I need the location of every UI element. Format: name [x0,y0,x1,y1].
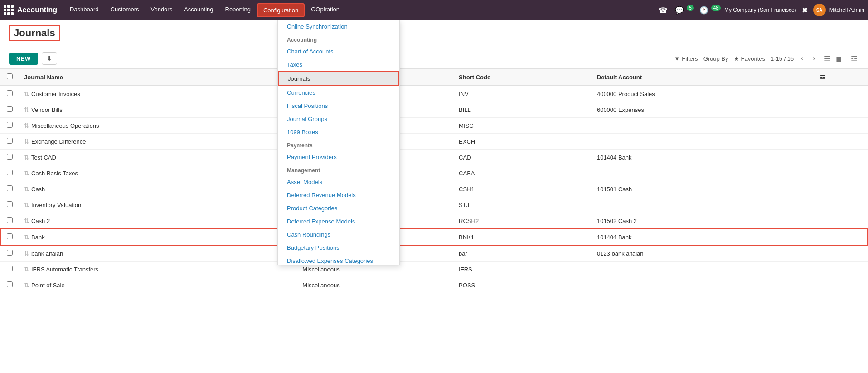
dropdown-currencies[interactable]: Currencies [278,86,399,99]
app-brand[interactable]: Accounting [17,6,57,14]
row-checkbox[interactable] [7,266,13,271]
list-view-icon[interactable]: ☰ [822,53,832,64]
drag-handle[interactable]: ⇅ [24,266,29,273]
kanban-view-icon[interactable]: ◼ [834,53,844,64]
nav-configuration[interactable]: Configuration [257,3,305,17]
cell-empty [815,277,868,293]
drag-handle[interactable]: ⇅ [24,233,29,241]
table-row[interactable]: ⇅Cash Basis TaxesMiscellaneousCABA [0,165,868,181]
cell-short-code: CAD [453,150,592,165]
apps-icon[interactable] [4,5,14,15]
dropdown-deferred-revenue-models[interactable]: Deferred Revenue Models [278,189,399,202]
table-row[interactable]: ⇅Cash 2CashRCSH2101502 Cash 2 [0,213,868,229]
dropdown-asset-models[interactable]: Asset Models [278,175,399,189]
dropdown-product-categories[interactable]: Product Categories [278,202,399,215]
row-checkbox[interactable] [7,185,13,191]
dropdown-chart-of-accounts[interactable]: Chart of Accounts [278,45,399,58]
dropdown-budgetary-positions[interactable]: Budgetary Positions [278,241,399,254]
cell-journal-name: ⇅Cash [19,181,297,197]
col-settings[interactable]: ☲ [815,69,868,86]
dropdown-journals[interactable]: Journals [278,71,399,86]
dropdown-deferred-expense-models[interactable]: Deferred Expense Models [278,215,399,228]
dropdown-journal-groups[interactable]: Journal Groups [278,112,399,126]
table-row[interactable]: ⇅BankBankBNK1101404 Bank [0,229,868,245]
row-checkbox[interactable] [7,217,13,223]
drag-handle[interactable]: ⇅ [24,201,29,208]
table-row[interactable]: ⇅Point of SaleMiscellaneousPOSS [0,277,868,293]
drag-handle[interactable]: ⇅ [24,281,29,289]
next-page-icon[interactable]: › [811,53,817,63]
row-checkbox[interactable] [7,250,13,256]
dropdown-online-sync[interactable]: Online Synchronization [278,20,399,33]
row-checkbox[interactable] [7,90,13,96]
favorites-button[interactable]: ★ Favorites [734,55,765,62]
phone-icon[interactable]: ☎ [657,4,669,16]
nav-reporting[interactable]: Reporting [220,3,256,17]
drag-handle[interactable]: ⇅ [24,122,29,129]
column-settings-icon[interactable]: ☲ [849,53,859,64]
drag-handle[interactable]: ⇅ [24,154,29,161]
table-row[interactable]: ⇅Vendor BillsPurchaseBILL600000 Expenses [0,102,868,118]
row-checkbox[interactable] [7,154,13,160]
filters-button[interactable]: ▼ Filters [674,55,698,62]
cell-default-account: 101501 Cash [592,181,815,197]
dropdown-taxes[interactable]: Taxes [278,58,399,71]
row-checkbox[interactable] [7,170,13,175]
drag-handle[interactable]: ⇅ [24,250,29,257]
row-checkbox[interactable] [7,201,13,207]
clock-icon[interactable]: 🕐 [698,4,710,16]
drag-handle[interactable]: ⇅ [24,185,29,193]
settings-icon[interactable]: ✖ [800,4,810,16]
cell-short-code: CABA [453,165,592,181]
configuration-dropdown[interactable]: Online Synchronization Accounting Chart … [277,20,400,265]
table-row[interactable]: ⇅Inventory ValuationMiscellaneousSTJ [0,197,868,213]
dropdown-cash-roundings[interactable]: Cash Roundings [278,228,399,241]
dropdown-disallowed-expenses[interactable]: Disallowed Expenses Categories [278,254,399,265]
dropdown-payment-providers[interactable]: Payment Providers [278,150,399,164]
nav-dashboard[interactable]: Dashboard [64,3,104,17]
nav-customers[interactable]: Customers [105,3,145,17]
cell-empty [815,181,868,197]
drag-handle[interactable]: ⇅ [24,90,29,97]
drag-handle[interactable]: ⇅ [24,106,29,113]
table-row[interactable]: ⇅Test CADBankCAD101404 Bank [0,150,868,165]
cell-short-code: BNK1 [453,229,592,245]
group-by-button[interactable]: Group By [703,55,728,62]
cell-empty [815,213,868,229]
nav-accounting[interactable]: Accounting [179,3,218,17]
cell-default-account: 101404 Bank [592,229,815,245]
table-row[interactable]: ⇅Customer InvoicesSalesINV400000 Product… [0,86,868,102]
dropdown-1099-boxes[interactable]: 1099 Boxes [278,126,399,139]
chat-icon[interactable]: 💬 [673,4,686,16]
drag-handle[interactable]: ⇅ [24,138,29,145]
row-checkbox[interactable] [7,122,13,128]
table-row[interactable]: ⇅Exchange DifferenceMiscellaneousEXCH [0,134,868,150]
drag-handle[interactable]: ⇅ [24,170,29,177]
company-name[interactable]: My Company (San Francisco) [724,7,796,13]
table-row[interactable]: ⇅CashCashCSH1101501 Cash [0,181,868,197]
table-row[interactable]: ⇅IFRS Automatic TransfersMiscellaneousIF… [0,262,868,277]
cell-journal-name: ⇅Inventory Valuation [19,197,297,213]
table-row[interactable]: ⇅bank alfalahBankbar0123 bank alfalah [0,245,868,262]
cell-empty [815,118,868,134]
new-button[interactable]: NEW [9,53,38,65]
row-checkbox[interactable] [7,233,13,239]
nav-oopiration[interactable]: OOpiration [305,3,345,17]
prev-page-icon[interactable]: ‹ [799,53,805,63]
drag-handle[interactable]: ⇅ [24,217,29,224]
col-journal-name: Journal Name [19,69,297,86]
row-checkbox[interactable] [7,106,13,112]
cell-short-code: RCSH2 [453,213,592,229]
row-checkbox[interactable] [7,138,13,144]
select-all-checkbox[interactable] [7,73,13,79]
table-row[interactable]: ⇅Miscellaneous OperationsMiscellaneousMI… [0,118,868,134]
cell-default-account: 400000 Product Sales [592,86,815,102]
cell-empty [815,165,868,181]
dropdown-fiscal-positions[interactable]: Fiscal Positions [278,99,399,112]
nav-vendors[interactable]: Vendors [145,3,178,17]
navbar-right: ☎ 💬 5 🕐 48 My Company (San Francisco) ✖ … [657,4,864,16]
avatar[interactable]: SA [813,4,826,16]
import-button[interactable]: ⬇ [42,52,57,65]
cell-empty [815,262,868,277]
row-checkbox[interactable] [7,281,13,287]
